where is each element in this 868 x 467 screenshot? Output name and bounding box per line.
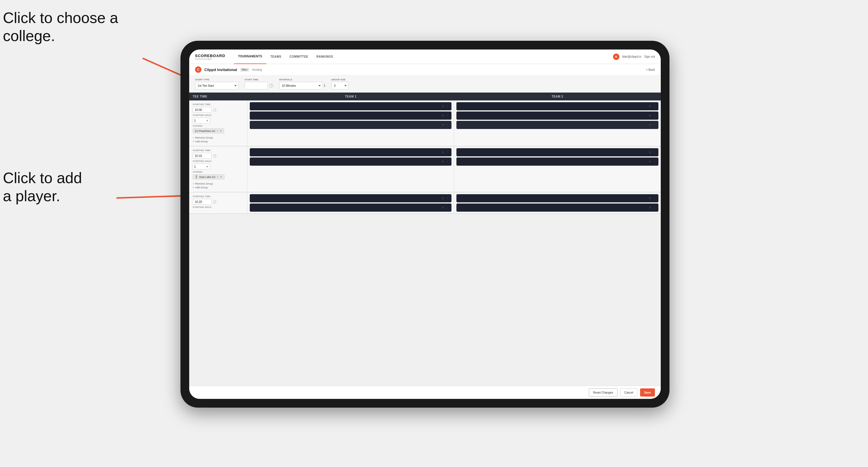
player-slot-1-1[interactable]: ✕ ⋮	[250, 102, 452, 110]
course-tag-2[interactable]: 🏌 East Lake GC × ▼	[193, 175, 224, 179]
course-emoji-2: 🏌	[195, 175, 198, 179]
nav-rankings[interactable]: RANKINGS	[312, 50, 337, 64]
player-chevron-r3-2-2[interactable]: ⋮	[653, 206, 656, 210]
intervals-label: Intervals	[279, 78, 326, 81]
player-slot-2-1[interactable]: ✕ ⋮	[457, 102, 658, 110]
starting-time-label-3: STARTING TIME:	[193, 195, 244, 197]
player-x-1-3[interactable]: ✕	[441, 123, 444, 127]
player-x-r2-1-1[interactable]: ✕	[441, 151, 444, 154]
player-x-2-1[interactable]: ✕	[649, 104, 651, 108]
annotation-add-player: Click to add a player.	[3, 169, 82, 205]
player-chevron-1-2[interactable]: ⋮	[446, 114, 449, 118]
player-chevron-r3-2-1[interactable]: ⋮	[653, 196, 656, 200]
player-slot-r3-1-2[interactable]: ✕ ⋮	[250, 204, 452, 212]
th-team1: Team 1	[247, 93, 454, 100]
player-x-r3-1-1[interactable]: ✕	[441, 196, 444, 200]
player-x-1-1[interactable]: ✕	[441, 104, 444, 108]
player-slot-2-3[interactable]: ✕ ⋮	[457, 121, 658, 129]
player-chevron-r2-1-1[interactable]: ⋮	[446, 151, 449, 154]
table-header: Tee Time Team 1 Team 2	[189, 93, 661, 100]
player-slot-2-2[interactable]: ✕ ⋮	[457, 112, 658, 120]
save-button[interactable]: Save	[640, 388, 655, 397]
course-chevron-1[interactable]: ▼	[219, 130, 222, 132]
player-x-r3-2-2[interactable]: ✕	[649, 206, 651, 210]
row-left-1: STARTING TIME: 🕐 STARTING HOLE: 1 ▼ COUR…	[189, 100, 247, 146]
start-type-select[interactable]: 1st Tee Start Shotgun Start	[195, 82, 239, 89]
row-left-3: STARTING TIME: 🕐 STARTING HOLE:	[189, 192, 247, 213]
player-chevron-r3-1-2[interactable]: ⋮	[446, 206, 449, 210]
starting-hole-label-2: STARTING HOLE:	[193, 160, 244, 162]
starting-time-input-2[interactable]	[193, 153, 212, 159]
cancel-button[interactable]: Cancel	[620, 388, 638, 397]
player-x-r3-2-1[interactable]: ✕	[649, 196, 651, 200]
group-size-select[interactable]: 3 2 4	[331, 82, 349, 89]
player-slot-r3-2-2[interactable]: ✕ ⋮	[457, 204, 658, 212]
player-slot-r3-1-1[interactable]: ✕ ⋮	[250, 194, 452, 203]
player-chevron-r2-2-1[interactable]: ⋮	[653, 151, 656, 154]
starting-time-input-3[interactable]	[193, 199, 212, 205]
starting-time-field-3: 🕐	[193, 199, 244, 205]
player-chevron-1-1[interactable]: ⋮	[446, 104, 449, 108]
reset-button[interactable]: Reset Changes	[589, 388, 618, 397]
starting-time-input-1[interactable]	[193, 107, 212, 113]
start-time-label: Start Time	[245, 78, 273, 81]
subheader: C Clippd Invitational Men Hosting < Back	[189, 64, 661, 75]
table-row: STARTING TIME: 🕐 STARTING HOLE: 1 ▼ COUR…	[189, 100, 661, 147]
player-x-2-2[interactable]: ✕	[649, 114, 651, 118]
user-email: blair@clippd.io	[622, 55, 642, 58]
form-row: Start Type 1st Tee Start Shotgun Start S…	[189, 75, 661, 93]
player-chevron-r2-2-2[interactable]: ⋮	[653, 160, 656, 164]
info-icon-intervals: ℹ	[324, 84, 326, 88]
player-chevron-2-2[interactable]: ⋮	[653, 114, 656, 118]
starting-hole-label-1: STARTING HOLE:	[193, 114, 244, 116]
add-group-link-1[interactable]: + Add Group	[193, 140, 244, 143]
player-x-r3-1-2[interactable]: ✕	[441, 206, 444, 210]
brand-subtitle: Powered by clippd	[195, 58, 225, 60]
player-slot-r3-2-1[interactable]: ✕ ⋮	[457, 194, 658, 203]
tablet-screen: SCOREBOARD Powered by clippd TOURNAMENTS…	[189, 50, 661, 399]
nav-teams[interactable]: TEAMS	[266, 50, 285, 64]
starting-time-label-2: STARTING TIME:	[193, 149, 244, 151]
course-name-1: (A) Peachtree GC	[195, 130, 216, 132]
remove-icon-2: ○	[193, 182, 194, 185]
player-x-r2-2-2[interactable]: ✕	[649, 160, 651, 164]
sign-out-link[interactable]: Sign out	[644, 55, 655, 58]
player-x-1-2[interactable]: ✕	[441, 114, 444, 118]
player-chevron-2-3[interactable]: ⋮	[653, 123, 656, 127]
player-slot-1-2[interactable]: ✕ ⋮	[250, 112, 452, 120]
course-label-1: COURSE:	[193, 125, 244, 127]
player-chevron-r3-1-1[interactable]: ⋮	[446, 196, 449, 200]
player-chevron-2-1[interactable]: ⋮	[653, 104, 656, 108]
player-slot-r2-2-2[interactable]: ✕ ⋮	[457, 157, 658, 166]
player-x-r2-2-1[interactable]: ✕	[649, 151, 651, 154]
start-time-group: Start Time 10:00 🕐	[245, 78, 273, 89]
player-chevron-1-3[interactable]: ⋮	[446, 123, 449, 127]
player-slot-r2-1-2[interactable]: ✕ ⋮	[250, 157, 452, 166]
player-slot-1-3[interactable]: ✕ ⋮	[250, 121, 452, 129]
back-button[interactable]: < Back	[646, 68, 655, 71]
player-slot-r2-1-1[interactable]: ✕ ⋮	[250, 148, 452, 156]
add-group-link-2[interactable]: + Add Group	[193, 186, 244, 189]
player-x-2-3[interactable]: ✕	[649, 123, 651, 127]
player-slot-r2-2-1[interactable]: ✕ ⋮	[457, 148, 658, 156]
course-remove-2[interactable]: ×	[217, 175, 219, 179]
intervals-select[interactable]: 10 Minutes 8 Minutes 12 Minutes	[279, 82, 323, 89]
course-chevron-2[interactable]: ▼	[220, 176, 222, 179]
remove-group-link-1[interactable]: ○ Remove Group	[193, 136, 244, 139]
team2-col-1: ✕ ⋮ ✕ ⋮ ✕ ⋮	[454, 100, 661, 146]
nav-tournaments[interactable]: TOURNAMENTS	[234, 50, 266, 64]
remove-icon-1: ○	[193, 136, 194, 139]
player-x-r2-1-2[interactable]: ✕	[441, 160, 444, 164]
app-footer: Reset Changes Cancel Save	[189, 386, 661, 399]
nav-committee[interactable]: COMMITTEE	[285, 50, 313, 64]
start-type-group: Start Type 1st Tee Start Shotgun Start	[195, 78, 239, 89]
stepper-value-1: 1	[194, 119, 196, 122]
starting-hole-stepper-1[interactable]: 1 ▼	[193, 118, 210, 123]
start-time-input[interactable]: 10:00	[245, 82, 268, 89]
course-tag-1[interactable]: (A) Peachtree GC × ▼	[193, 128, 224, 133]
tournament-name: Clippd Invitational	[204, 67, 237, 72]
player-chevron-r2-1-2[interactable]: ⋮	[446, 160, 449, 164]
remove-group-link-2[interactable]: ○ Remove Group	[193, 182, 244, 185]
course-remove-1[interactable]: ×	[217, 129, 219, 132]
starting-hole-stepper-2[interactable]: 1 ▼	[193, 164, 210, 169]
